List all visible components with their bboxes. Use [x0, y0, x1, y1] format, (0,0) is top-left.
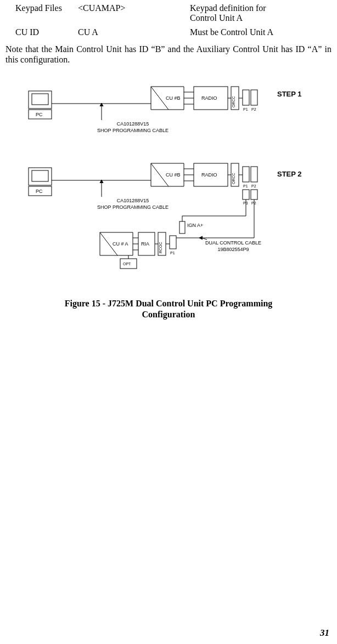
- p1-label-3: P1: [170, 251, 175, 255]
- diagram-svg: PC CU #B RADIO ORCC P1 P2: [15, 73, 322, 293]
- orcc-label: ORCC: [232, 96, 235, 108]
- cable2-label: SHOP PROGRAMMING CABLE: [97, 128, 168, 133]
- pc-label: PC: [36, 112, 43, 117]
- radio-label-2: RADIO: [201, 172, 217, 178]
- table-row: CU ID CU A Must be Control Unit A: [5, 25, 332, 39]
- step2-label: STEP 2: [277, 170, 302, 178]
- cell-value: <CUAMAP>: [77, 1, 189, 25]
- page-number: 31: [320, 628, 329, 639]
- svg-rect-16: [32, 170, 48, 181]
- cell-param: CU ID: [5, 25, 77, 39]
- cub-label: CU #B: [166, 95, 181, 101]
- cable-label-2: CA101288V15: [117, 198, 149, 203]
- svg-rect-1: [32, 94, 48, 105]
- pc-label-2: PC: [36, 189, 43, 194]
- cell-desc-line1: Keypad definition for: [190, 3, 266, 13]
- svg-rect-27: [243, 167, 249, 182]
- rcoc-label: RCOC: [159, 242, 162, 254]
- p2-label-3: P2: [251, 201, 256, 205]
- p2-label-2: P2: [251, 184, 256, 188]
- svg-rect-29: [243, 190, 249, 200]
- orcc-label-2: ORCC: [232, 173, 235, 185]
- svg-rect-40: [170, 236, 176, 249]
- dual2-label: 19B802554P9: [217, 247, 249, 252]
- radio-label: RADIO: [201, 95, 217, 101]
- svg-rect-30: [251, 190, 257, 200]
- p1-label: P1: [243, 107, 248, 111]
- caption-line1: Figure 15 - J725M Dual Control Unit PC P…: [65, 299, 273, 308]
- ign-label: IGN A+: [187, 223, 203, 228]
- config-table: Keypad Files <CUAMAP> Keypad definition …: [5, 1, 332, 39]
- p1-label-2: P1: [243, 184, 248, 188]
- svg-rect-28: [251, 167, 257, 182]
- p3-label: P3: [243, 201, 248, 205]
- opt-label: OPT: [123, 262, 131, 266]
- cable2-label-2: SHOP PROGRAMMING CABLE: [97, 204, 168, 210]
- figure-caption: Figure 15 - J725M Dual Control Unit PC P…: [5, 298, 332, 320]
- cell-desc: Keypad definition for Control Unit A: [189, 1, 332, 25]
- cell-value: CU A: [77, 25, 189, 39]
- note-paragraph: Note that the Main Control Unit has ID “…: [5, 44, 332, 65]
- cell-desc: Must be Control Unit A: [189, 25, 332, 39]
- caption-line2: Configuration: [142, 310, 195, 319]
- p2-label: P2: [251, 107, 256, 111]
- cua-label: CU # A: [113, 241, 128, 247]
- cell-param: Keypad Files: [5, 1, 77, 25]
- figure: PC CU #B RADIO ORCC P1 P2: [5, 73, 332, 320]
- cable-label: CA101288V15: [117, 121, 149, 127]
- table-row: Keypad Files <CUAMAP> Keypad definition …: [5, 1, 332, 25]
- svg-rect-12: [243, 90, 249, 105]
- step1-label: STEP 1: [277, 90, 302, 98]
- cub-label-2: CU #B: [166, 172, 181, 178]
- svg-rect-43: [179, 221, 185, 233]
- ria-label: RIA: [141, 241, 149, 247]
- dual1-label: DUAL CONTROL CABLE: [205, 240, 261, 246]
- svg-rect-13: [251, 90, 257, 105]
- cell-desc-line2: Control Unit A: [190, 13, 243, 22]
